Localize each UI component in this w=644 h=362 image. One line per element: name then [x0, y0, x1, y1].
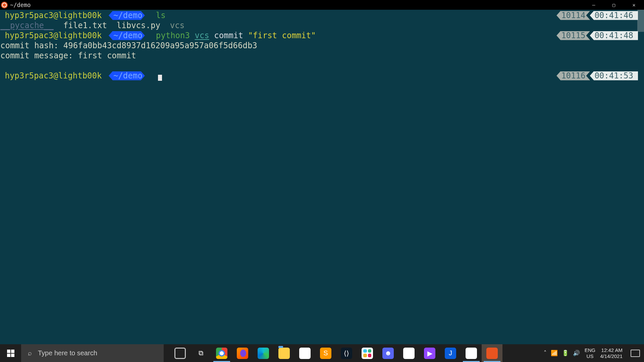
- prompt-time: 00:41:53: [590, 71, 638, 80]
- search-placeholder: Type here to search: [38, 349, 97, 357]
- search-icon: ⌕: [28, 349, 32, 357]
- windows-taskbar: ⌕ Type here to search ⧉ ⧈ S ⟨⟩ ☻ ✉ ▶ J ◆…: [0, 344, 644, 362]
- file-explorer-icon: [278, 348, 290, 359]
- prompt-user-host: hyp3r5pac3@lightb00k: [5, 10, 102, 20]
- edge-button[interactable]: [253, 344, 274, 362]
- ls-dir-entry: __pycache__: [0, 20, 54, 31]
- ls-file-entry: file1.txt: [63, 20, 107, 31]
- vscode-button[interactable]: ⟨⟩: [336, 344, 357, 362]
- ubuntu-icon: [1, 2, 8, 8]
- taskview-button[interactable]: ⧉: [191, 344, 211, 362]
- twitch-button[interactable]: ▶: [419, 344, 440, 362]
- prompt-line: hyp3r5pac3@lightb00k ~/demo ls 10114 00:…: [0, 10, 644, 20]
- sublime-icon: S: [320, 348, 331, 359]
- prompt-time: 00:41:46: [590, 11, 638, 20]
- cortana-button[interactable]: [170, 344, 191, 362]
- ls-file-entry: vcs: [170, 20, 184, 31]
- terminal-output-line: commit message: first commit: [0, 51, 644, 61]
- taskbar-app-list: ⧉ ⧈ S ⟨⟩ ☻ ✉ ▶ J ◆: [170, 344, 537, 362]
- taskview-icon: ⧉: [195, 348, 207, 359]
- taskbar-systray: ˄ 📶 🔋 🔊 ENG US 12:42 AM 4/14/2021: [537, 344, 644, 362]
- dropbox-icon: ⧈: [299, 348, 311, 359]
- window-titlebar: ~/demo — ▢ ✕: [0, 0, 644, 10]
- prompt-line-current[interactable]: hyp3r5pac3@lightb00k ~/demo 10116 00:41:…: [0, 71, 644, 81]
- slack-button[interactable]: [357, 344, 378, 362]
- command-token: python3: [156, 31, 190, 41]
- battery-icon[interactable]: 🔋: [562, 350, 569, 357]
- command-token: "first commit": [248, 31, 316, 41]
- ls-file-entry: libvcs.py: [117, 20, 160, 31]
- command-token: vcs: [195, 31, 209, 41]
- ubuntu-icon: [486, 348, 498, 359]
- dropbox-button[interactable]: ⧈: [294, 344, 315, 362]
- prompt-dir-pill: ~/demo: [109, 11, 145, 20]
- messages-icon: ✉: [403, 348, 415, 359]
- history-number: 10115: [556, 31, 590, 40]
- discord-icon: ☻: [382, 348, 394, 359]
- minimize-button[interactable]: —: [584, 0, 604, 10]
- twitch-icon: ▶: [424, 348, 435, 359]
- terminal-output-line: __pycache__ file1.txt libvcs.py vcs: [0, 20, 644, 31]
- joplin-icon: J: [445, 348, 456, 359]
- chrome-button[interactable]: [211, 344, 232, 362]
- prompt-dir-label: ~/demo: [113, 71, 143, 81]
- prompt-dir-pill: ~/demo: [109, 71, 145, 80]
- command-token: commit: [214, 31, 243, 41]
- messages-button[interactable]: ✉: [398, 344, 419, 362]
- terminal-output-line: commit hash: 496fa0bb43cd8937d16209a95a9…: [0, 41, 644, 51]
- taskbar-search[interactable]: ⌕ Type here to search: [21, 344, 164, 362]
- cursor: [158, 75, 162, 81]
- action-center-icon[interactable]: [631, 350, 640, 357]
- prompt-time: 00:41:48: [590, 31, 638, 40]
- start-button[interactable]: [0, 344, 21, 362]
- window-title: ~/demo: [10, 2, 31, 8]
- scrollbar-thumb[interactable]: [637, 10, 644, 32]
- discord-button[interactable]: ☻: [378, 344, 398, 362]
- tray-chevron-up-icon[interactable]: ˄: [544, 350, 547, 357]
- language-indicator[interactable]: ENG US: [585, 347, 596, 359]
- maximize-button[interactable]: ▢: [604, 0, 624, 10]
- history-number: 10114: [556, 11, 590, 20]
- wifi-icon[interactable]: 📶: [551, 350, 558, 357]
- windows-logo-icon: [7, 350, 14, 357]
- taskbar-clock[interactable]: 12:42 AM 4/14/2021: [600, 347, 623, 359]
- slack-icon: [362, 348, 373, 359]
- prompt-line: hyp3r5pac3@lightb00k ~/demo python3 vcs …: [0, 31, 644, 41]
- prompt-user-host: hyp3r5pac3@lightb00k: [5, 71, 102, 81]
- terminal-viewport[interactable]: hyp3r5pac3@lightb00k ~/demo ls 10114 00:…: [0, 10, 644, 344]
- history-number: 10116: [556, 71, 590, 80]
- ubuntu-terminal-button[interactable]: [482, 344, 502, 362]
- prompt-dir-label: ~/demo: [113, 10, 143, 20]
- prompt-user-host: hyp3r5pac3@lightb00k: [5, 31, 102, 41]
- prompt-dir-pill: ~/demo: [109, 31, 145, 40]
- cortana-icon: [174, 348, 186, 359]
- chrome-icon: [216, 348, 227, 359]
- edge-icon: [258, 348, 269, 359]
- firefox-icon: [237, 348, 248, 359]
- joplin-button[interactable]: J: [440, 344, 461, 362]
- brave-icon: ◆: [466, 348, 477, 359]
- brave-button[interactable]: ◆: [461, 344, 482, 362]
- volume-icon[interactable]: 🔊: [573, 350, 580, 357]
- close-button[interactable]: ✕: [624, 0, 644, 10]
- command-text: ls: [156, 10, 166, 20]
- firefox-button[interactable]: [232, 344, 253, 362]
- prompt-dir-label: ~/demo: [113, 31, 143, 41]
- file-explorer-button[interactable]: [274, 344, 294, 362]
- sublime-button[interactable]: S: [315, 344, 336, 362]
- vscode-icon: ⟨⟩: [341, 348, 352, 359]
